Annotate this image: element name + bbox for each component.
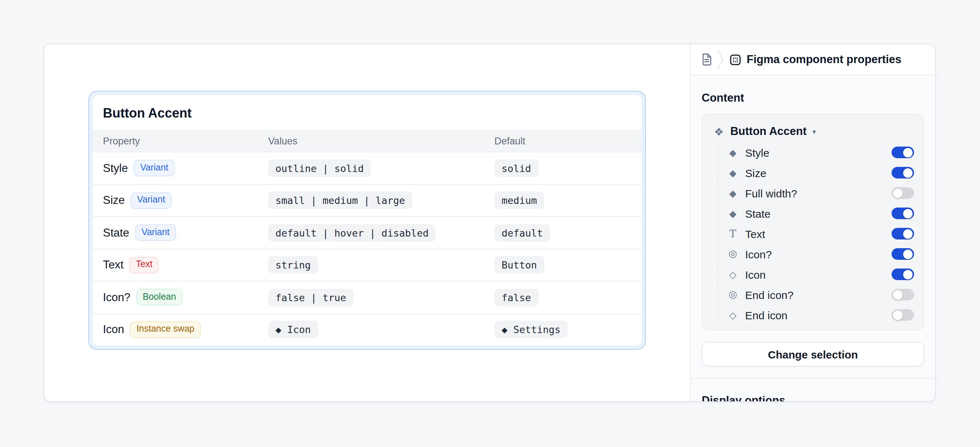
toggle-knob (893, 290, 902, 299)
toggle-knob (893, 310, 902, 320)
column-header-default: Default (494, 136, 632, 147)
property-label: Text (745, 227, 892, 240)
document-icon[interactable] (702, 53, 712, 66)
toggle-knob (903, 249, 913, 259)
values-chip: string (268, 257, 318, 274)
property-name: Style (103, 162, 128, 175)
property-row: ◇ End icon (712, 305, 914, 325)
property-toggle[interactable] (892, 167, 914, 179)
table-row: Icon? Boolean false | true false (93, 281, 641, 313)
breadcrumb-chevron-icon (717, 49, 724, 70)
values-chip: false | true (268, 289, 353, 306)
values-chip: default | hover | disabled (268, 224, 436, 242)
table-row: Icon Instance swap ◆ Icon ◆ Settings (93, 313, 641, 345)
toggle-knob (903, 209, 913, 218)
values-chip: outline | solid (268, 160, 371, 177)
property-type-badge: Instance swap (130, 321, 201, 338)
component-props-table: Button Accent Property Values Default St… (93, 95, 641, 345)
property-label: End icon? (745, 289, 892, 301)
property-label: State (745, 207, 892, 220)
property-row: ◆ Style (712, 142, 914, 163)
default-chip: default (494, 224, 550, 242)
property-label: Full width? (745, 187, 892, 199)
toggle-knob (903, 148, 913, 157)
property-label: End icon (745, 309, 892, 321)
chevron-down-icon: ▾ (813, 127, 816, 135)
component-icon: ❖ (714, 126, 724, 137)
property-label: Icon? (745, 248, 892, 260)
default-chip: Button (494, 257, 544, 274)
component-selector-dropdown[interactable]: ❖ Button Accent ▾ (712, 120, 914, 142)
table-row: Text Text string Button (93, 249, 641, 281)
text-type-icon: T (727, 228, 739, 239)
column-header-values: Values (268, 136, 494, 147)
property-toggle[interactable] (892, 248, 914, 260)
table-header-row: Property Values Default (93, 130, 641, 152)
property-list: ◆ Style ◆ Size ◆ Full width? ◆ State T T… (712, 142, 914, 325)
panel-body: Content ❖ Button Accent ▾ ◆ Style ◆ Size… (691, 75, 935, 402)
property-toggle[interactable] (892, 187, 914, 199)
panel-title: Figma component properties (746, 53, 901, 66)
table-row: Style Variant outline | solid solid (93, 152, 641, 184)
property-name: Icon? (103, 291, 130, 304)
property-row: ◇ Icon (712, 264, 914, 284)
property-type-badge: Text (129, 257, 159, 273)
column-header-property: Property (103, 136, 268, 147)
diamond-filled-icon: ◆ (727, 168, 739, 177)
component-props-table-card: Button Accent Property Values Default St… (88, 91, 646, 350)
property-toggle[interactable] (892, 309, 914, 321)
property-row: T Text (712, 224, 914, 244)
values-chip: small | medium | large (268, 192, 412, 209)
inspector-panel: Figma component properties Content ❖ But… (690, 44, 935, 401)
eye-icon: ◎ (727, 249, 739, 259)
diamond-filled-icon: ◆ (727, 148, 739, 157)
property-row: ◎ Icon? (712, 244, 914, 264)
panel-header: Figma component properties (691, 44, 935, 75)
diamond-outline-icon: ◇ (727, 270, 739, 279)
table-body: Style Variant outline | solid solid Size… (93, 152, 641, 345)
diamond-filled-icon: ◆ (727, 188, 739, 198)
property-row: ◆ Full width? (712, 183, 914, 203)
property-toggle[interactable] (892, 289, 914, 301)
property-toggle[interactable] (892, 147, 914, 158)
default-chip: medium (494, 192, 544, 209)
preview-pane: Button Accent Property Values Default St… (44, 44, 690, 401)
property-row: ◆ Size (712, 163, 914, 183)
change-selection-button[interactable]: Change selection (702, 342, 924, 366)
component-name: Button Accent (730, 125, 807, 138)
page: Button Accent Property Values Default St… (0, 0, 980, 447)
table-title: Button Accent (93, 95, 641, 130)
property-label: Icon (745, 268, 892, 281)
table-row: State Variant default | hover | disabled… (93, 216, 641, 249)
property-name: Icon (103, 323, 124, 336)
toggle-knob (903, 229, 913, 238)
values-chip: ◆ Icon (268, 321, 318, 338)
app-card: Button Accent Property Values Default St… (43, 43, 936, 402)
property-type-badge: Variant (130, 192, 172, 209)
property-label: Size (745, 166, 892, 179)
eye-icon: ◎ (727, 290, 739, 300)
property-name: Size (103, 194, 125, 207)
default-chip: ◆ Settings (494, 321, 568, 338)
property-row: ◎ End icon? (712, 284, 914, 305)
diamond-filled-icon: ◆ (727, 209, 739, 218)
table-row: Size Variant small | medium | large medi… (93, 184, 641, 216)
property-label: Style (745, 146, 892, 158)
property-row: ◆ State (712, 203, 914, 224)
property-name: Text (103, 259, 124, 272)
property-toggle[interactable] (892, 208, 914, 220)
component-grid-icon (730, 54, 741, 65)
diamond-outline-icon: ◇ (727, 310, 739, 320)
default-chip: false (494, 289, 538, 306)
property-toggle[interactable] (892, 228, 914, 240)
display-options-heading: Display options (702, 379, 924, 402)
toggle-knob (893, 188, 902, 198)
toggle-knob (903, 168, 913, 177)
property-type-badge: Boolean (136, 289, 183, 305)
toggle-knob (903, 270, 913, 279)
default-chip: solid (494, 160, 538, 177)
component-properties-box: ❖ Button Accent ▾ ◆ Style ◆ Size ◆ Full … (702, 114, 924, 330)
property-toggle[interactable] (892, 268, 914, 281)
property-type-badge: Variant (135, 225, 176, 241)
property-type-badge: Variant (134, 160, 175, 176)
